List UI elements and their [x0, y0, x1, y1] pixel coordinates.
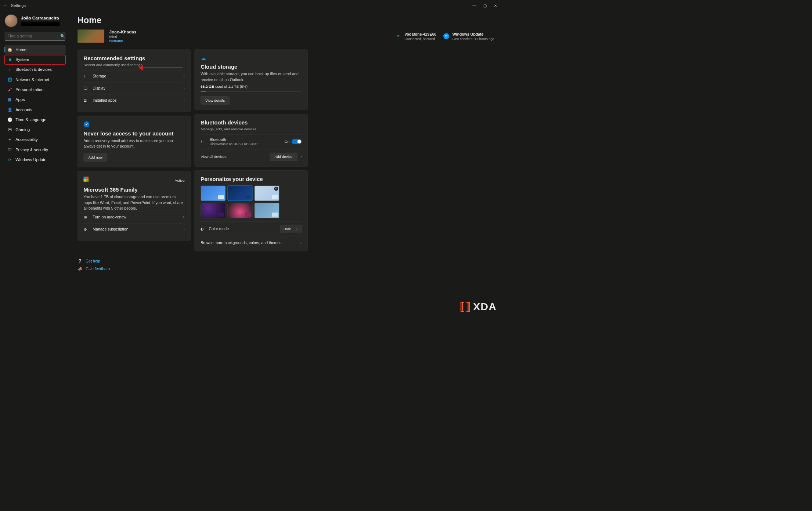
color-mode-icon: ◐ — [201, 227, 206, 231]
add-now-button[interactable]: Add now — [84, 153, 108, 162]
nav-icon: ᛒ — [7, 67, 12, 72]
manage-subscription-link[interactable]: ⚙ Manage subscription › — [84, 223, 185, 235]
help-icon: ❔ — [77, 259, 82, 264]
chevron-right-icon: › — [183, 86, 185, 90]
sidebar-item-gaming[interactable]: 🎮Gaming — [4, 125, 65, 134]
page-title: Home — [77, 15, 494, 25]
chevron-right-icon: › — [183, 98, 185, 102]
sidebar-item-bluetooth-devices[interactable]: ᛒBluetooth & devices — [4, 65, 65, 75]
nav-icon: ✦ — [7, 137, 12, 142]
theme-option[interactable] — [201, 185, 225, 201]
view-all-devices-link[interactable]: View all devices — [201, 155, 226, 159]
avatar — [4, 14, 18, 27]
external-icon: ↗ — [182, 215, 185, 220]
sidebar-item-personalization[interactable]: 🖌Personalization — [4, 85, 65, 94]
sidebar-item-time-language[interactable]: 🕑Time & language — [4, 115, 65, 124]
nav-icon: 🏠 — [7, 47, 12, 52]
nav-icon: 🛡 — [7, 147, 12, 152]
setting-row-storage[interactable]: ⟟Storage› — [84, 70, 185, 82]
device-desc: Mind — [109, 35, 137, 39]
wifi-status[interactable]: ᯤ Vodafone-429E60 Connected, secured — [396, 32, 436, 40]
back-button[interactable]: ← — [2, 3, 9, 8]
sidebar-item-label: Personalization — [15, 87, 43, 92]
shield-icon: ✔ — [84, 121, 90, 127]
search-box[interactable]: 🔍 — [4, 32, 65, 41]
give-feedback-link[interactable]: 📣 Give feedback — [77, 265, 494, 272]
browse-themes-link[interactable]: Browse more backgrounds, colors, and the… — [201, 236, 302, 246]
sidebar-item-accessibility[interactable]: ✦Accessibility — [4, 135, 65, 145]
theme-option[interactable] — [227, 185, 252, 201]
theme-option[interactable] — [227, 203, 252, 218]
chevron-right-icon: › — [300, 241, 302, 245]
cloud-storage-card: ☁ Cloud storage With available storage, … — [194, 50, 308, 110]
sidebar-item-privacy-security[interactable]: 🛡Privacy & security — [4, 145, 65, 155]
sidebar-item-system[interactable]: 🖥System — [4, 55, 65, 64]
sidebar-item-label: Accounts — [15, 107, 32, 112]
sidebar-item-home[interactable]: 🏠Home — [4, 45, 65, 54]
wifi-icon: ᯤ — [396, 33, 401, 39]
sidebar-item-label: Network & internet — [15, 77, 49, 82]
add-device-button[interactable]: Add device — [270, 153, 297, 161]
view-details-button[interactable]: View details — [201, 96, 230, 104]
sidebar-item-label: Bluetooth & devices — [15, 67, 52, 72]
device-thumbnail[interactable] — [77, 29, 104, 43]
maximize-button[interactable]: ▢ — [483, 3, 487, 8]
device-name: Joao-Khadas — [109, 30, 137, 35]
sidebar-item-label: Time & language — [15, 117, 46, 122]
row-icon: ⟟ — [84, 74, 89, 78]
recommended-settings-card: Recommended settings Recent and commonly… — [77, 50, 191, 112]
rename-link[interactable]: Rename — [109, 39, 137, 43]
nav-icon: 👤 — [7, 107, 12, 112]
sidebar-item-accounts[interactable]: 👤Accounts — [4, 105, 65, 115]
theme-option[interactable] — [201, 203, 225, 218]
get-help-link[interactable]: ❔ Get help — [77, 258, 494, 265]
update-status[interactable]: ⟳ Windows Update Last checked: 11 hours … — [443, 32, 494, 40]
feedback-icon: 📣 — [77, 267, 82, 271]
chevron-down-icon: ⌄ — [295, 227, 298, 231]
nav-icon: 🕑 — [7, 117, 12, 122]
sidebar-item-network-internet[interactable]: 🌐Network & internet — [4, 75, 65, 84]
sidebar-item-apps[interactable]: ▦Apps — [4, 95, 65, 105]
renew-icon: 🗎 — [84, 215, 89, 220]
watermark: ⟦⟧ XDA — [460, 300, 497, 312]
setting-row-installed-apps[interactable]: ≣Installed apps› — [84, 94, 185, 106]
chevron-right-icon[interactable]: › — [300, 155, 302, 159]
theme-option[interactable]: ✔ — [255, 185, 279, 201]
sidebar-item-label: Accessibility — [15, 137, 38, 142]
bluetooth-toggle[interactable] — [292, 139, 302, 144]
nav-icon: 🖥 — [7, 57, 12, 62]
row-icon: ≣ — [84, 98, 89, 103]
microsoft-logo-icon — [84, 177, 89, 182]
nav-icon: ⟳ — [7, 157, 12, 162]
setting-row-display[interactable]: 🖵Display› — [84, 82, 185, 94]
theme-option[interactable] — [255, 203, 279, 218]
profile-name: João Carrasqueira — [21, 16, 59, 21]
update-icon: ⟳ — [443, 33, 449, 39]
ms365-card: Active Microsoft 365 Family You have 1 T… — [77, 171, 191, 241]
sidebar-item-label: Gaming — [15, 127, 30, 132]
sidebar-item-label: System — [15, 57, 29, 62]
active-badge: Active — [175, 179, 185, 183]
profile-email-redacted — [21, 22, 59, 26]
bluetooth-icon: ᛒ — [201, 139, 206, 144]
sidebar-item-label: Home — [15, 47, 26, 52]
sidebar-item-label: Apps — [15, 97, 25, 102]
gear-icon: ⚙ — [84, 227, 89, 232]
check-icon: ✔ — [274, 187, 278, 191]
sidebar-item-label: Privacy & security — [15, 147, 48, 152]
close-button[interactable]: ✕ — [494, 3, 497, 8]
color-mode-select[interactable]: Dark ⌄ — [280, 225, 302, 233]
search-input[interactable] — [7, 34, 60, 39]
profile[interactable]: João Carrasqueira — [4, 12, 65, 31]
chevron-right-icon: › — [183, 74, 185, 79]
minimize-button[interactable]: — — [473, 3, 476, 8]
sidebar-item-windows-update[interactable]: ⟳Windows Update — [4, 155, 65, 164]
storage-used-text: 66.2 GB used of 1.1 TB (5%) — [201, 84, 302, 88]
search-icon: 🔍 — [60, 34, 65, 39]
recovery-card: ✔ Never lose access to your account Add … — [77, 116, 191, 167]
cloud-icon: ☁ — [201, 55, 302, 61]
auto-renew-link[interactable]: 🗎 Turn on auto-renew ↗ — [84, 211, 185, 223]
row-icon: 🖵 — [84, 86, 89, 90]
window-title: Settings — [11, 3, 26, 8]
personalize-card: Personalize your device ✔ ◐ Color mode — [194, 170, 308, 251]
